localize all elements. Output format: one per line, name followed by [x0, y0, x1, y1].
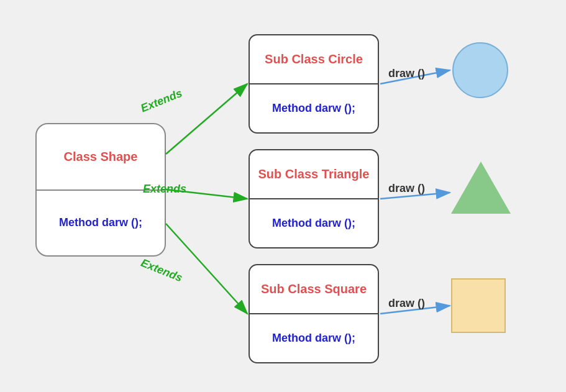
- shape-square: [451, 278, 506, 333]
- class-shape-method: Method darw ();: [59, 216, 142, 229]
- sub-square-bottom: Method darw ();: [250, 314, 378, 362]
- sub-circle-box: Sub Class Circle Method darw ();: [249, 34, 379, 134]
- extends-label-1: Extends: [139, 87, 185, 116]
- shape-circle: [452, 42, 508, 98]
- draw-label-1: draw (): [388, 67, 425, 80]
- sub-triangle-bottom: Method darw ();: [250, 199, 378, 247]
- extends-label-2: Extends: [143, 183, 186, 196]
- sub-triangle-box: Sub Class Triangle Method darw ();: [249, 149, 379, 248]
- sub-circle-top: Sub Class Circle: [250, 35, 378, 84]
- sub-square-method: Method darw ();: [272, 332, 355, 345]
- class-shape-name: Class Shape: [64, 150, 138, 164]
- sub-circle-name: Sub Class Circle: [265, 52, 363, 66]
- svg-line-4: [166, 224, 247, 314]
- shape-triangle: [451, 162, 511, 214]
- sub-triangle-name: Sub Class Triangle: [258, 167, 370, 181]
- sub-square-top: Sub Class Square: [250, 265, 378, 314]
- class-shape-top: Class Shape: [37, 124, 165, 191]
- sub-triangle-method: Method darw ();: [272, 217, 355, 230]
- class-shape-bottom: Method darw ();: [37, 191, 165, 256]
- draw-label-2: draw (): [388, 182, 425, 195]
- sub-square-box: Sub Class Square Method darw ();: [249, 264, 379, 363]
- diagram-container: Class Shape Method darw (); Sub Class Ci…: [0, 0, 566, 392]
- sub-circle-bottom: Method darw ();: [250, 84, 378, 132]
- draw-label-3: draw (): [388, 297, 425, 310]
- sub-square-name: Sub Class Square: [261, 282, 367, 296]
- sub-triangle-top: Sub Class Triangle: [250, 150, 378, 199]
- sub-circle-method: Method darw ();: [272, 102, 355, 115]
- extends-label-3: Extends: [139, 257, 185, 285]
